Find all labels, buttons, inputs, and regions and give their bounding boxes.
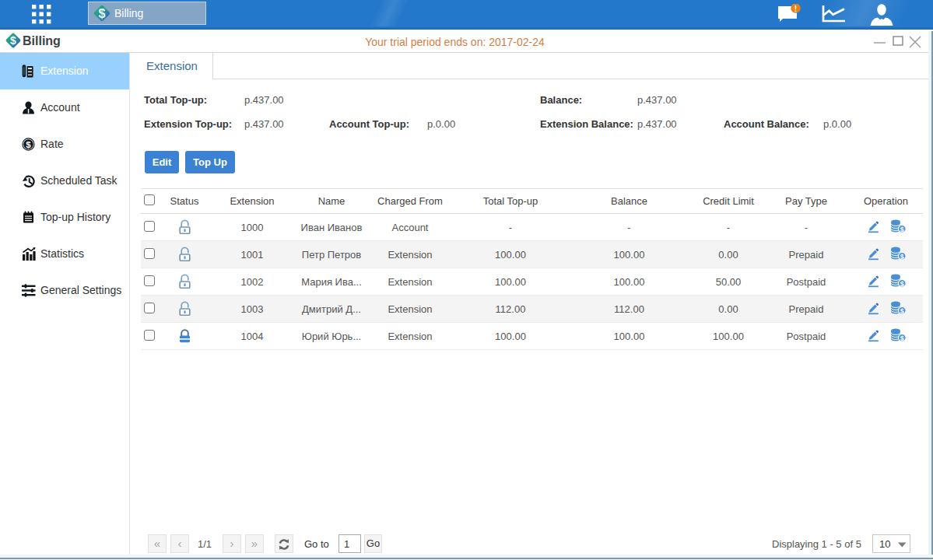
svg-text:!: ! <box>794 5 797 13</box>
svg-text:$: $ <box>26 140 31 149</box>
svg-text:$: $ <box>900 334 903 341</box>
svg-text:$: $ <box>900 252 903 260</box>
svg-text:$: $ <box>900 225 903 233</box>
svg-text:$: $ <box>900 279 903 287</box>
svg-text:$: $ <box>900 306 903 314</box>
svg-text:$: $ <box>99 7 106 20</box>
